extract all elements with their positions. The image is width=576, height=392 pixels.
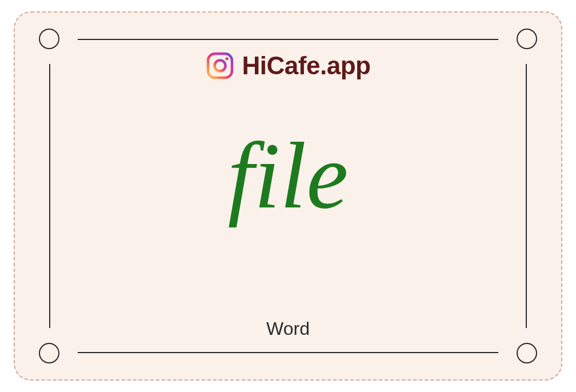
svg-point-2 bbox=[225, 57, 229, 61]
vocabulary-word: file bbox=[228, 129, 349, 223]
vocabulary-card: HiCafe.app file Word bbox=[14, 11, 562, 381]
corner-hole-br bbox=[517, 343, 537, 363]
corner-hole-tl bbox=[39, 29, 59, 49]
frame-line-top bbox=[78, 39, 498, 40]
instagram-icon bbox=[206, 51, 234, 80]
frame-line-right bbox=[526, 64, 527, 328]
svg-rect-0 bbox=[208, 54, 232, 78]
corner-hole-bl bbox=[39, 343, 59, 363]
brand-name: HiCafe.app bbox=[242, 51, 371, 80]
word-caption: Word bbox=[266, 318, 310, 339]
corner-hole-tr bbox=[517, 29, 537, 49]
frame-line-left bbox=[49, 64, 50, 328]
svg-point-1 bbox=[214, 61, 225, 71]
brand-header: HiCafe.app bbox=[206, 51, 371, 80]
frame-line-bottom bbox=[78, 352, 498, 353]
